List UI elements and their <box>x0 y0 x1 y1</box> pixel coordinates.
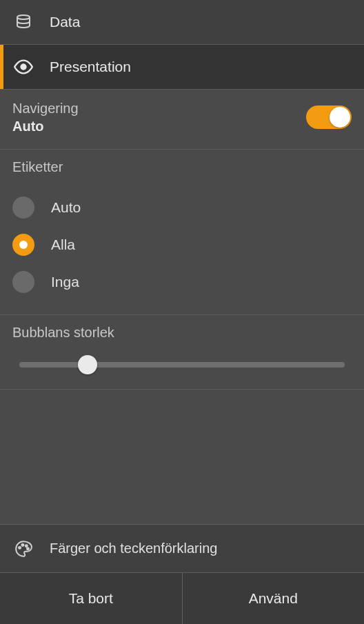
navigation-text: Navigering Auto <box>12 99 79 135</box>
footer-buttons: Ta bort Använd <box>0 573 364 624</box>
svg-point-0 <box>17 15 30 19</box>
radio-label: Auto <box>51 199 81 216</box>
navigation-section: Navigering Auto <box>0 90 364 150</box>
svg-point-1 <box>21 65 26 70</box>
colors-legend-label: Färger och teckenförklaring <box>50 541 217 556</box>
slider-track <box>19 362 345 368</box>
navigation-value: Auto <box>12 117 79 135</box>
radio-label: Inga <box>51 274 79 290</box>
bubble-size-section: Bubblans storlek <box>0 315 364 390</box>
svg-point-5 <box>27 547 29 550</box>
radio-label: Alla <box>51 236 75 253</box>
properties-panel: Data Presentation Navigering Auto Et <box>0 0 364 624</box>
navigation-toggle[interactable] <box>306 105 352 129</box>
tab-data-label: Data <box>50 14 80 30</box>
svg-point-3 <box>21 544 23 546</box>
radio-icon <box>12 271 34 293</box>
bubble-size-slider[interactable] <box>19 354 345 375</box>
eye-icon <box>14 57 33 77</box>
toggle-knob <box>330 107 350 128</box>
presentation-content: Navigering Auto Etiketter Auto Alla Inga <box>0 90 364 624</box>
svg-point-4 <box>26 545 28 547</box>
apply-button[interactable]: Använd <box>183 573 365 624</box>
colors-legend-row[interactable]: Färger och teckenförklaring <box>0 525 364 573</box>
tab-presentation-label: Presentation <box>50 59 131 75</box>
tab-presentation[interactable]: Presentation <box>0 45 364 90</box>
tab-data[interactable]: Data <box>0 0 364 45</box>
labels-section: Etiketter Auto Alla Inga <box>0 150 364 315</box>
radio-icon <box>12 234 34 256</box>
content-spacer <box>0 390 364 525</box>
database-icon <box>14 14 33 30</box>
navigation-label: Navigering <box>12 99 79 117</box>
slider-thumb <box>78 355 97 374</box>
palette-icon <box>14 540 33 558</box>
svg-point-2 <box>19 546 21 548</box>
radio-option-alla[interactable]: Alla <box>12 226 352 263</box>
radio-option-inga[interactable]: Inga <box>12 263 352 301</box>
labels-title: Etiketter <box>12 159 352 175</box>
radio-icon <box>12 197 34 219</box>
bubble-size-title: Bubblans storlek <box>12 325 352 341</box>
remove-button[interactable]: Ta bort <box>0 573 183 624</box>
radio-option-auto[interactable]: Auto <box>12 189 352 226</box>
